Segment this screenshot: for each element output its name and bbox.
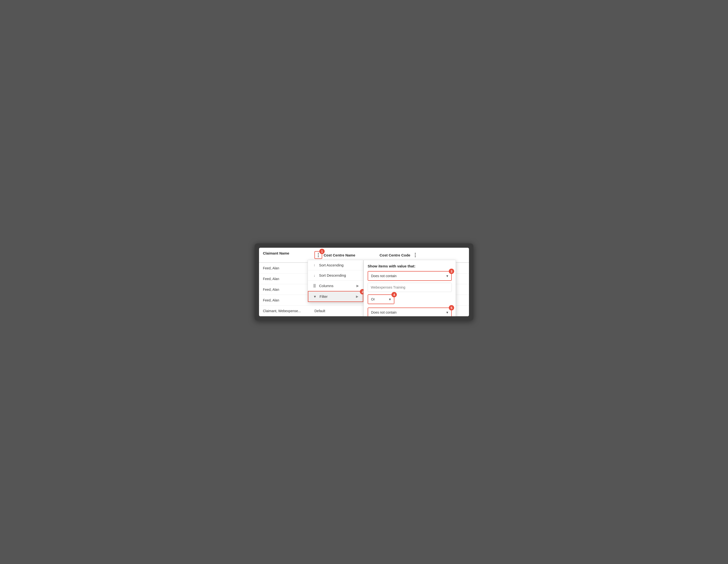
condition2-select-wrap: Does not contain Contains Equals Starts …: [368, 308, 452, 316]
dot: [415, 256, 416, 257]
columns-label: Columns: [319, 284, 333, 288]
cell-claimant-5: Claimant, Webexpense...: [259, 307, 312, 315]
filter-arrow-icon: ▶: [356, 295, 358, 298]
context-menu: ↑ Sort Ascending ↓ Sort Descending ||| C…: [308, 260, 364, 302]
badge-1: 1: [319, 249, 325, 254]
sort-descending-item[interactable]: ↓ Sort Descending: [308, 270, 363, 280]
sort-descending-icon: ↓: [312, 273, 317, 277]
cell-claimant-3: Feed, Alan: [259, 285, 312, 294]
filter-panel: Show items with value that: Does not con…: [364, 260, 456, 316]
cell-claimant-2: Feed, Alan: [259, 274, 312, 283]
filter-panel-title: Show items with value that:: [368, 264, 452, 268]
outer-container: Claimant Name 1 Cost Centre Nam: [255, 243, 473, 321]
dot: [318, 253, 319, 254]
sort-ascending-icon: ↑: [312, 263, 317, 267]
badge-1-wrap: 1: [314, 251, 322, 259]
condition2-select[interactable]: Does not contain Contains Equals Starts …: [368, 308, 451, 316]
dot: [415, 253, 416, 254]
condition1-select-wrap: Does not contain Contains Equals Starts …: [368, 271, 452, 281]
or-select[interactable]: Or And: [368, 295, 394, 304]
inner-container: Claimant Name 1 Cost Centre Nam: [259, 248, 469, 316]
or-select-wrap: Or And ▼: [368, 295, 394, 304]
columns-item[interactable]: ||| Columns ▶: [308, 280, 363, 291]
badge-4: 4: [391, 292, 397, 297]
col-header-claimant: Claimant Name: [259, 248, 312, 262]
badge-5: 5: [449, 305, 454, 311]
dot: [318, 256, 319, 257]
sort-ascending-item[interactable]: ↑ Sort Ascending: [308, 260, 363, 270]
columns-icon: |||: [312, 284, 317, 288]
badge-3: 3: [449, 268, 454, 274]
condition1-select[interactable]: Does not contain Contains Equals Starts …: [368, 271, 451, 280]
sort-ascending-label: Sort Ascending: [319, 263, 344, 267]
filter-icon: ▼: [313, 295, 317, 299]
three-dots-icon-2: [415, 253, 416, 257]
claimant-name-header: Claimant Name: [263, 251, 289, 255]
cost-centre-code-header: Cost Centre Code: [380, 253, 410, 257]
or-badge-wrap: Or And ▼ 4: [368, 295, 394, 307]
three-dots-icon: [318, 253, 319, 257]
filter-item[interactable]: ▼ Filter ▶ 2: [308, 291, 363, 302]
cell-claimant-1: Feed, Alan: [259, 264, 312, 272]
dot: [415, 254, 416, 255]
cell-claimant-4: Feed, Alan: [259, 296, 312, 305]
cost-code-options-button[interactable]: [412, 251, 419, 258]
cost-centre-name-header: Cost Centre Name: [324, 253, 355, 257]
filter-label: Filter: [320, 295, 328, 299]
sort-descending-label: Sort Descending: [319, 273, 346, 277]
value1-input[interactable]: [368, 283, 452, 292]
columns-arrow-icon: ▶: [356, 284, 359, 288]
dot: [318, 254, 319, 255]
